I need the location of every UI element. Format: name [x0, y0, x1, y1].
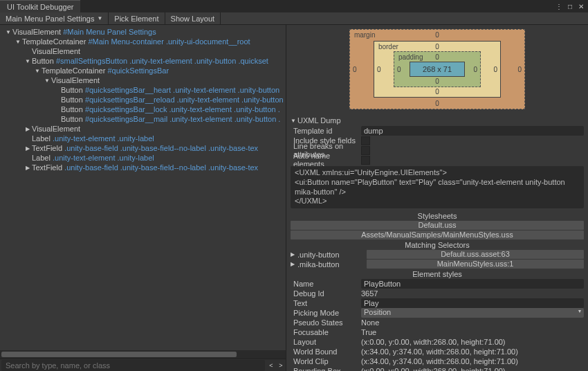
selector-source[interactable]: MainMenuStyles.uss:1 [367, 260, 584, 269]
property-value: None [361, 318, 584, 327]
property-row: FocusableTrue [291, 327, 584, 337]
property-value: (x:34.00, y:374.00, width:268.00, height… [361, 357, 584, 365]
selector-row: ▶.mika-buttonMainMenuStyles.uss:1 [291, 260, 584, 269]
property-label: Layout [291, 338, 361, 346]
selector-source[interactable]: Default.uss.asset:63 [367, 250, 584, 259]
selector-name: .unity-button [297, 251, 367, 259]
tree-row[interactable]: ▼VisualElement [0, 75, 286, 85]
selector-name: .mika-button [297, 260, 367, 269]
expand-arrow-icon[interactable]: ▼ [24, 58, 32, 64]
selector-row: ▶.unity-buttonDefault.uss.asset:63 [291, 250, 584, 259]
horizontal-scrollbar[interactable] [0, 350, 286, 359]
hierarchy-pane: ▼VisualElement #Main Menu Panel Settings… [0, 25, 286, 371]
tree-row[interactable]: Button #quicksettingsBar__reload .unity-… [0, 95, 286, 105]
property-label: Picking Mode [291, 309, 361, 317]
tree-row[interactable]: ▼TemplateContainer #Main Menu-container … [0, 37, 286, 46]
stylesheet-item[interactable]: Default.uss [291, 221, 584, 230]
property-value: True [361, 328, 584, 336]
property-label: Name [291, 280, 361, 288]
uxml-dump-header: UXML Dump [297, 116, 341, 125]
property-label: Focusable [291, 328, 361, 336]
tree-row[interactable]: ▶TextField .unity-base-field .unity-base… [0, 163, 286, 172]
search-input[interactable] [1, 360, 265, 371]
property-row: Name [291, 279, 584, 289]
box-model-diagram: margin 0 0 0 0 border 0 0 0 0 padding 0 … [286, 25, 588, 115]
property-value: (x:0.00, y:0.00, width:268.00, height:71… [361, 338, 584, 346]
box-model-content: 268 x 71 [410, 62, 465, 77]
window-menu-icon[interactable]: ⋮ [555, 2, 563, 10]
tree-row[interactable]: ▶TextField .unity-base-field .unity-base… [0, 143, 286, 153]
property-label: World Clip [291, 357, 361, 365]
expand-arrow-icon[interactable]: ▼ [43, 78, 51, 84]
tab-bar: UI Toolkit Debugger ⋮ □ ✕ [0, 0, 588, 12]
tree-row[interactable]: Label .unity-text-element .unity-label [0, 134, 286, 143]
expand-arrow-icon[interactable]: ▶ [24, 126, 32, 132]
expand-arrow-icon[interactable]: ▶ [24, 145, 32, 152]
pick-element-button[interactable]: Pick Element [109, 12, 164, 24]
property-row: World Bound(x:34.00, y:374.00, width:268… [291, 347, 584, 356]
property-label: Pseudo States [291, 318, 361, 327]
chevron-down-icon: ▼ [97, 15, 102, 21]
property-value: 3657 [361, 289, 584, 298]
property-label: Text [291, 299, 361, 307]
tree-row[interactable]: Button #quicksettingsBar__mail .unity-te… [0, 114, 286, 124]
template-id-input[interactable] [361, 126, 584, 136]
foldout-arrow-icon[interactable]: ▼ [291, 118, 297, 124]
hierarchy-tree[interactable]: ▼VisualElement #Main Menu Panel Settings… [0, 25, 286, 350]
show-layout-button[interactable]: Show Layout [165, 12, 221, 24]
auto-name-checkbox[interactable] [361, 156, 370, 165]
tree-row[interactable]: ▼Button #smallSettingsButton .unity-text… [0, 56, 286, 66]
selectors-header: Matching Selectors [286, 240, 588, 250]
panel-selector-dropdown[interactable]: Main Menu Panel Settings▼ [0, 12, 108, 24]
property-label: Debug Id [291, 289, 361, 298]
tree-row[interactable]: ▼VisualElement #Main Menu Panel Settings [0, 27, 286, 37]
foldout-arrow-icon[interactable]: ▶ [291, 251, 297, 257]
inspector-pane: margin 0 0 0 0 border 0 0 0 0 padding 0 … [286, 25, 588, 371]
search-prev-button[interactable]: < [266, 362, 276, 369]
tree-row[interactable]: VisualElement [0, 46, 286, 56]
property-value: (x:0.00, y:0.00, width:268.00, height:71… [361, 367, 584, 371]
property-label: World Bound [291, 347, 361, 356]
stylesheet-item[interactable]: Assets/ManualSamples/MainMenuStyles.uss [291, 230, 584, 239]
property-row: Layout(x:0.00, y:0.00, width:268.00, hei… [291, 337, 584, 347]
property-input[interactable] [361, 298, 584, 308]
tree-row[interactable]: ▶VisualElement [0, 124, 286, 134]
property-row: Pseudo StatesNone [291, 318, 584, 327]
expand-arrow-icon[interactable]: ▼ [14, 39, 22, 45]
property-row: Text [291, 298, 584, 308]
tree-row[interactable]: Button #quicksettingsBar__heart .unity-t… [0, 85, 286, 95]
window-close-icon[interactable]: ✕ [577, 2, 585, 10]
include-style-checkbox[interactable] [361, 136, 370, 145]
expand-arrow-icon[interactable]: ▶ [24, 165, 32, 171]
expand-arrow-icon[interactable]: ▼ [33, 68, 42, 74]
search-next-button[interactable]: > [276, 362, 286, 369]
property-input[interactable] [361, 279, 584, 289]
window-maximize-icon[interactable]: □ [566, 2, 574, 10]
element-styles-header: Element styles [286, 269, 588, 279]
toolbar: Main Menu Panel Settings▼ Pick Element S… [0, 12, 588, 25]
expand-arrow-icon[interactable]: ▼ [4, 29, 12, 35]
window-tab[interactable]: UI Toolkit Debugger [0, 0, 80, 12]
line-breaks-checkbox[interactable] [361, 146, 370, 155]
property-row: World Clip(x:34.00, y:374.00, width:268.… [291, 356, 584, 366]
property-dropdown[interactable]: Position [361, 308, 584, 318]
tree-row[interactable]: ▼TemplateContainer #quickSettingsBar [0, 66, 286, 75]
property-row: Picking ModePosition [291, 308, 584, 318]
uxml-output: <UXML xmlns:ui="UnityEngine.UIElements">… [291, 166, 584, 208]
stylesheets-header: Stylesheets [286, 211, 588, 221]
property-row: Bounding Box(x:0.00, y:0.00, width:268.0… [291, 366, 584, 371]
property-value: (x:34.00, y:374.00, width:268.00, height… [361, 347, 584, 356]
property-row: Debug Id3657 [291, 289, 584, 298]
property-label: Bounding Box [291, 367, 361, 371]
foldout-arrow-icon[interactable]: ▶ [291, 261, 297, 267]
tree-row[interactable]: Label .unity-text-element .unity-label [0, 153, 286, 163]
tree-row[interactable]: Button #quicksettingsBar__lock .unity-te… [0, 105, 286, 114]
